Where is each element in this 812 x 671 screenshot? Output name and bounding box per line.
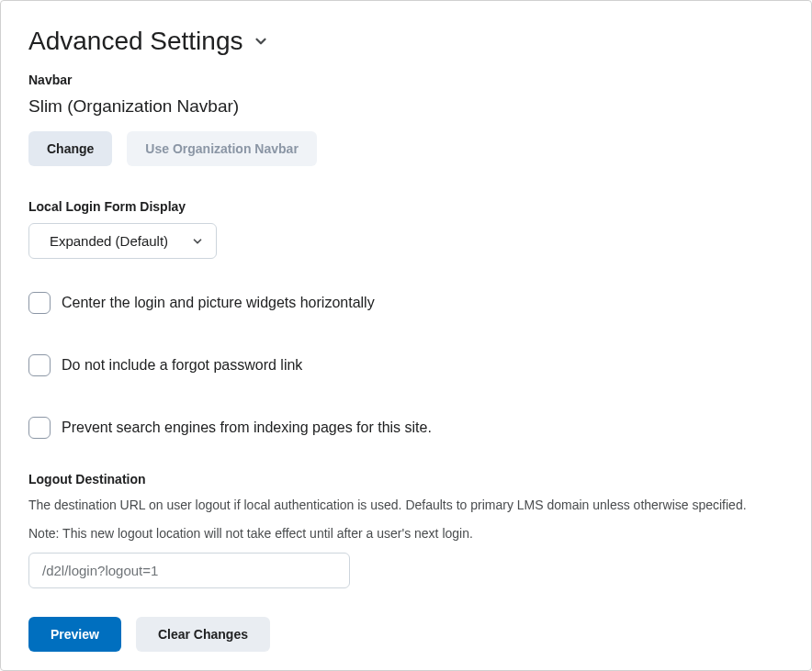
- navbar-label: Navbar: [28, 73, 784, 87]
- prevent-indexing-row: Prevent search engines from indexing pag…: [28, 417, 784, 439]
- prevent-indexing-label[interactable]: Prevent search engines from indexing pag…: [62, 419, 432, 436]
- preview-button[interactable]: Preview: [28, 617, 121, 652]
- clear-changes-button[interactable]: Clear Changes: [136, 617, 270, 652]
- change-button[interactable]: Change: [28, 131, 112, 166]
- navbar-value: Slim (Organization Navbar): [28, 96, 784, 117]
- center-widgets-checkbox[interactable]: [28, 292, 51, 314]
- advanced-settings-header[interactable]: Advanced Settings: [28, 27, 784, 56]
- logout-destination-label: Logout Destination: [28, 472, 784, 486]
- login-form-display-select-wrapper: Expanded (Default): [28, 223, 217, 259]
- center-widgets-row: Center the login and picture widgets hor…: [28, 292, 784, 314]
- no-forgot-password-row: Do not include a forgot password link: [28, 354, 784, 376]
- no-forgot-password-checkbox[interactable]: [28, 354, 51, 376]
- chevron-down-icon: [253, 33, 269, 50]
- navbar-button-row: Change Use Organization Navbar: [28, 131, 784, 166]
- footer-button-row: Preview Clear Changes: [28, 617, 270, 652]
- logout-destination-desc2: Note: This new logout location will not …: [28, 524, 784, 543]
- no-forgot-password-label[interactable]: Do not include a forgot password link: [62, 357, 302, 374]
- page-title: Advanced Settings: [28, 27, 243, 56]
- login-form-display-label: Local Login Form Display: [28, 199, 784, 214]
- logout-destination-input[interactable]: [28, 553, 350, 588]
- logout-destination-desc1: The destination URL on user logout if lo…: [28, 496, 784, 515]
- center-widgets-label[interactable]: Center the login and picture widgets hor…: [62, 295, 375, 311]
- login-form-display-select[interactable]: Expanded (Default): [28, 223, 217, 259]
- prevent-indexing-checkbox[interactable]: [28, 417, 51, 439]
- use-organization-navbar-button: Use Organization Navbar: [127, 131, 317, 166]
